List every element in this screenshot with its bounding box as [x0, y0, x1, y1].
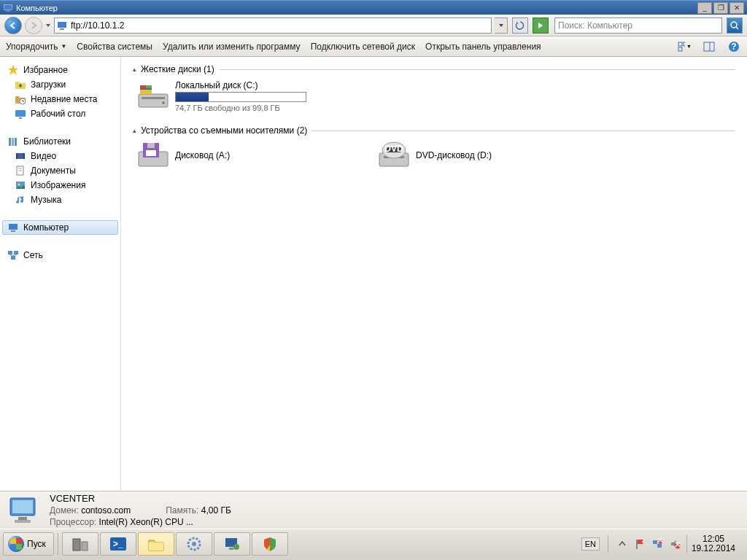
- organize-menu[interactable]: Упорядочить ▼: [6, 42, 66, 52]
- command-toolbar: Упорядочить ▼ Свойства системы Удалить и…: [0, 36, 747, 57]
- taskbar-item-remote[interactable]: [214, 532, 250, 556]
- explorer-icon: [146, 534, 166, 553]
- svg-rect-14: [15, 110, 26, 117]
- details-pane: VCENTER Домен: contoso.com Память: 4,00 …: [0, 491, 747, 529]
- control-panel-button[interactable]: Открыть панель управления: [425, 42, 541, 52]
- favorites-header[interactable]: Избранное: [0, 63, 120, 77]
- svg-text:DVD: DVD: [384, 144, 403, 154]
- video-icon: [15, 150, 26, 162]
- svg-rect-1: [6, 10, 9, 12]
- sidebar-item-network[interactable]: Сеть: [0, 248, 120, 262]
- svg-rect-54: [73, 539, 80, 551]
- sidebar-item-music[interactable]: Музыка: [0, 192, 120, 207]
- navigation-pane: Избранное Загрузки Недавние места Рабочи…: [0, 57, 120, 491]
- svg-line-5: [736, 27, 738, 29]
- computer-icon: [56, 20, 68, 31]
- help-button[interactable]: ?: [727, 39, 741, 54]
- sidebar-item-recent[interactable]: Недавние места: [0, 92, 120, 106]
- svg-point-60: [192, 542, 196, 546]
- svg-rect-0: [4, 4, 12, 9]
- system-properties-button[interactable]: Свойства системы: [77, 42, 152, 52]
- sidebar-item-pictures[interactable]: Изображения: [0, 178, 120, 192]
- taskbar-pinned-server-manager[interactable]: [62, 532, 98, 556]
- svg-rect-21: [23, 153, 25, 159]
- sidebar-item-downloads[interactable]: Загрузки: [0, 77, 120, 92]
- maximize-button[interactable]: ❐: [713, 2, 728, 14]
- map-drive-button[interactable]: Подключить сетевой диск: [311, 42, 415, 52]
- view-options-button[interactable]: ▼: [677, 39, 692, 54]
- search-button[interactable]: [727, 18, 743, 34]
- computer-icon: [7, 495, 41, 526]
- address-bar[interactable]: [54, 18, 492, 34]
- removable-section-header[interactable]: ▴ Устройства со съемными носителями (2): [133, 125, 735, 136]
- drive-name: DVD-дисковод (D:): [416, 150, 492, 160]
- system-tray: EN ✕ ✕ 12:05 19.12.2014: [577, 534, 744, 553]
- start-button[interactable]: Пуск: [3, 532, 54, 556]
- star-icon: [7, 64, 19, 76]
- taskbar: Пуск >_ EN ✕ ✕ 12:05 19.12.2014: [0, 529, 747, 558]
- preview-pane-button[interactable]: [702, 39, 716, 54]
- svg-rect-16: [9, 138, 11, 146]
- language-indicator[interactable]: EN: [581, 537, 600, 551]
- tray-sound-icon[interactable]: ✕: [669, 538, 681, 550]
- taskbar-item-explorer[interactable]: [138, 532, 174, 556]
- back-button[interactable]: [4, 17, 22, 34]
- libraries-header[interactable]: Библиотеки: [0, 134, 120, 149]
- sidebar-item-videos[interactable]: Видео: [0, 149, 120, 163]
- svg-text:✕: ✕: [674, 540, 681, 550]
- sidebar-item-documents[interactable]: Документы: [0, 163, 120, 178]
- address-input[interactable]: [71, 20, 489, 31]
- drive-name: Локальный диск (C:): [175, 80, 306, 90]
- pictures-icon: [15, 179, 26, 191]
- drive-c[interactable]: Локальный диск (C:) 74,7 ГБ свободно из …: [137, 80, 334, 112]
- hostname: VCENTER: [50, 493, 231, 504]
- svg-rect-43: [146, 150, 156, 156]
- sidebar-item-computer[interactable]: Компьютер: [2, 220, 118, 235]
- floppy-drive-icon: [137, 141, 169, 169]
- svg-rect-33: [142, 97, 165, 99]
- svg-rect-58: [149, 542, 163, 551]
- sidebar-item-desktop[interactable]: Рабочий стол: [0, 106, 120, 121]
- folder-icon: [15, 79, 26, 90]
- svg-rect-64: [636, 540, 638, 549]
- svg-rect-52: [18, 517, 27, 520]
- svg-rect-17: [12, 138, 14, 146]
- content-area: ▴ Жесткие диски (1) Локальный диск (C:) …: [120, 57, 747, 491]
- refresh-button[interactable]: [512, 18, 528, 34]
- svg-rect-31: [11, 256, 15, 260]
- taskbar-clock[interactable]: 12:05 19.12.2014: [686, 534, 740, 553]
- gear-icon: [184, 534, 204, 553]
- hdd-section-header[interactable]: ▴ Жесткие диски (1): [133, 64, 735, 74]
- collapse-icon: ▴: [133, 66, 136, 73]
- drive-usage-bar: [175, 92, 306, 102]
- tray-network-icon[interactable]: ✕: [651, 538, 663, 550]
- svg-rect-27: [9, 224, 18, 230]
- history-dropdown-icon[interactable]: [45, 21, 51, 30]
- svg-rect-38: [140, 90, 152, 94]
- forward-button[interactable]: [25, 17, 42, 34]
- taskbar-item-settings[interactable]: [176, 532, 212, 556]
- search-box[interactable]: Поиск: Компьютер: [554, 18, 722, 34]
- svg-rect-7: [684, 42, 685, 46]
- tray-up-icon[interactable]: [616, 538, 628, 550]
- svg-point-34: [162, 101, 165, 104]
- desktop-icon: [15, 108, 26, 120]
- svg-rect-2: [58, 22, 66, 28]
- uninstall-program-button[interactable]: Удалить или изменить программу: [163, 42, 301, 52]
- svg-text:>_: >_: [113, 539, 123, 549]
- drive-d-dvd[interactable]: DVD DVD-дисковод (D:): [378, 141, 575, 169]
- remote-icon: [222, 534, 242, 553]
- address-dropdown-button[interactable]: [495, 18, 508, 34]
- taskbar-item-shield[interactable]: [252, 532, 288, 556]
- drive-a-floppy[interactable]: Дисковод (A:): [137, 141, 334, 169]
- taskbar-pinned-powershell[interactable]: >_: [100, 532, 136, 556]
- powershell-icon: >_: [108, 534, 128, 553]
- close-button[interactable]: ✕: [729, 2, 744, 14]
- svg-rect-6: [678, 42, 682, 46]
- svg-rect-62: [229, 548, 233, 550]
- tray-flag-icon[interactable]: [634, 538, 646, 550]
- go-button[interactable]: [533, 18, 549, 34]
- svg-rect-42: [147, 143, 155, 148]
- shield-icon: [260, 534, 280, 553]
- minimize-button[interactable]: _: [697, 2, 712, 14]
